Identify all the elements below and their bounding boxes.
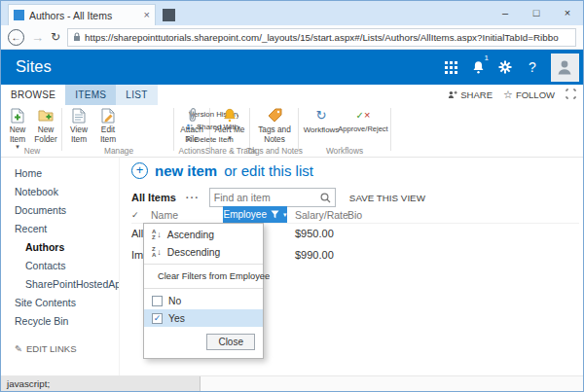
url-text: https://sharepointtutorials.sharepoint.c…: [85, 32, 559, 43]
focus-on-content-icon[interactable]: [566, 89, 576, 101]
row-salary: $990.00: [295, 249, 353, 261]
new-item-icon: [11, 106, 24, 125]
address-bar: ← → ↻ https://sharepointtutorials.sharep…: [1, 25, 583, 50]
menu-item-descending[interactable]: ZA ↓ Descending: [144, 243, 263, 261]
ribbon-tab-row: BROWSE ITEMS LIST SHARE ☆ FOLLOW: [1, 85, 583, 105]
alert-me-button[interactable]: Alert Me ▾: [213, 106, 246, 141]
new-tab-button[interactable]: [163, 9, 175, 21]
group-label-manage: Manage: [104, 146, 133, 156]
window-controls: – □ ×: [490, 1, 583, 25]
close-button[interactable]: Close: [206, 334, 255, 350]
select-all-check-icon[interactable]: ✓: [131, 210, 151, 220]
back-icon[interactable]: ←: [8, 29, 24, 46]
title-bar: Authors - All Items × – □ ×: [1, 1, 583, 25]
attach-file-button[interactable]: Attach File: [176, 106, 207, 144]
workflow-icon: ↻: [316, 109, 327, 122]
person-icon: [555, 57, 574, 77]
search-box: [209, 188, 336, 207]
more-views-button[interactable]: ···: [186, 192, 200, 203]
refresh-icon[interactable]: ↻: [51, 30, 60, 44]
tag-icon: [268, 106, 282, 125]
group-label-tags-notes: Tags and Notes: [246, 146, 303, 156]
maximize-button[interactable]: □: [521, 1, 552, 25]
share-button[interactable]: SHARE: [448, 89, 493, 100]
search-input[interactable]: [214, 192, 317, 203]
sidebar-item-site-contents[interactable]: Site Contents: [1, 293, 119, 311]
filter-option-yes[interactable]: ✓ Yes: [144, 309, 263, 327]
approve-reject-button[interactable]: ✓× Approve/Reject: [338, 106, 388, 134]
minimize-button[interactable]: –: [490, 1, 521, 25]
site-title: Sites: [16, 57, 52, 76]
caret-down-icon: ▾: [283, 211, 287, 219]
caret-down-icon: ▾: [16, 144, 19, 150]
status-bar: javascript;: [1, 375, 583, 392]
column-header-bio[interactable]: Bio: [347, 209, 362, 221]
sidebar-item-sharepointhostedapp[interactable]: SharePointHostedApp: [1, 274, 119, 293]
add-icon: +: [131, 162, 148, 179]
ribbon: New Item ▾ New Folder View Item Edit Ite…: [1, 105, 583, 158]
filter-option-no[interactable]: No: [144, 292, 263, 309]
notification-count-badge: 1: [485, 53, 489, 62]
edit-links-button[interactable]: ✎ EDIT LINKS: [1, 343, 119, 354]
sidebar-item-recent[interactable]: Recent: [1, 219, 119, 237]
left-navigation: Home Notebook Documents Recent Authors C…: [1, 158, 120, 375]
search-icon[interactable]: [320, 193, 331, 203]
tab-browse[interactable]: BROWSE: [1, 85, 65, 105]
account-avatar[interactable]: [546, 50, 583, 85]
sidebar-item-documents[interactable]: Documents: [1, 200, 119, 219]
tab-list[interactable]: LIST: [116, 85, 157, 105]
share-icon: [448, 90, 457, 99]
column-header-salary[interactable]: Salary/Rate: [295, 209, 338, 221]
sidebar-item-home[interactable]: Home: [1, 163, 119, 182]
new-folder-button[interactable]: New Folder: [32, 106, 59, 144]
checkmark-icon: ✓: [154, 314, 162, 323]
filter-funnel-icon: [271, 210, 279, 219]
settings-gear-icon[interactable]: [492, 50, 519, 85]
follow-button[interactable]: ☆ FOLLOW: [503, 89, 555, 101]
new-item-link[interactable]: new item: [155, 162, 217, 179]
approve-reject-icon: ✓×: [356, 106, 371, 125]
new-folder-icon: [38, 106, 54, 125]
sort-descending-icon: ZA ↓: [152, 246, 162, 258]
column-header-name[interactable]: Name: [151, 209, 223, 221]
tags-notes-button[interactable]: Tags and Notes: [252, 106, 297, 144]
new-item-button[interactable]: New Item ▾: [4, 106, 31, 150]
sidebar-item-notebook[interactable]: Notebook: [1, 182, 119, 200]
suite-bar: Sites 1 ?: [1, 50, 583, 85]
employee-filter-menu: AZ ↓ Ascending ZA ↓ Descending Clear Fil…: [143, 223, 264, 359]
tab-close-icon[interactable]: ×: [144, 10, 150, 20]
lock-icon: [73, 32, 81, 42]
sidebar-item-authors[interactable]: Authors: [1, 237, 119, 256]
forward-icon[interactable]: →: [31, 30, 44, 45]
save-this-view-link[interactable]: SAVE THIS VIEW: [349, 193, 425, 203]
pencil-icon: ✎: [15, 343, 22, 354]
table-header: ✓ Name Employee ▾ Salary/Rate Bio: [131, 206, 579, 224]
group-label-new: New: [24, 146, 41, 156]
attach-file-icon: [187, 106, 198, 125]
tab-favicon-icon: [14, 10, 24, 20]
help-icon[interactable]: ?: [519, 50, 546, 85]
sidebar-item-recycle-bin[interactable]: Recycle Bin: [1, 311, 119, 330]
browser-tab[interactable]: Authors - All Items ×: [8, 4, 156, 25]
menu-item-ascending[interactable]: AZ ↓ Ascending: [144, 226, 263, 243]
sidebar-item-contacts[interactable]: Contacts: [1, 256, 119, 274]
column-header-employee[interactable]: Employee ▾: [223, 206, 287, 223]
caret-down-icon: ▾: [228, 135, 232, 141]
status-text: javascript;: [1, 376, 201, 392]
group-label-workflows: Workflows: [326, 146, 363, 156]
row-salary: $950.00: [295, 228, 353, 239]
tab-items[interactable]: ITEMS: [65, 85, 116, 105]
edit-list-link[interactable]: or edit this list: [224, 162, 313, 179]
checkbox-unchecked[interactable]: [152, 296, 163, 306]
workflows-button[interactable]: ↻ Workflows: [303, 106, 340, 134]
alert-bell-icon: [223, 106, 237, 125]
app-launcher-icon[interactable]: [437, 50, 464, 85]
notifications-bell-icon[interactable]: 1: [464, 50, 492, 85]
menu-item-clear-filters[interactable]: Clear Filters from Employee: [144, 267, 263, 285]
url-field[interactable]: https://sharepointtutorials.sharepoint.c…: [67, 28, 576, 47]
sort-ascending-icon: AZ ↓: [152, 229, 162, 240]
close-window-button[interactable]: ×: [552, 1, 583, 25]
suite-icons: 1 ?: [437, 50, 583, 85]
view-all-items[interactable]: All Items: [131, 192, 176, 203]
checkbox-checked[interactable]: ✓: [152, 313, 163, 324]
